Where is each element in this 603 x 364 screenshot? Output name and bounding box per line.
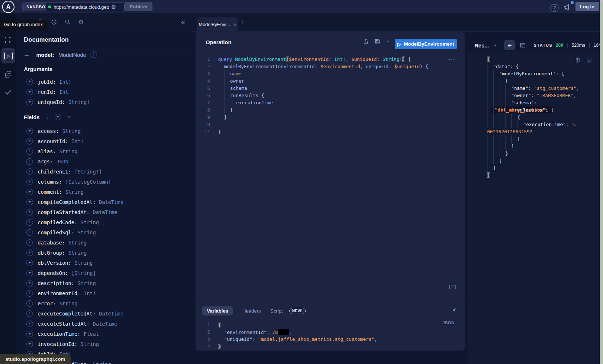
add-field-to-operation-icon[interactable]: + [26, 79, 33, 85]
doc-field-row[interactable]: +access:String [16, 126, 192, 136]
publish-button[interactable]: Publish [125, 2, 152, 11]
tab-variables[interactable]: Variables [202, 306, 233, 315]
doc-field-row[interactable]: +columns:[CatalogColumn] [16, 177, 192, 187]
tab-close-icon[interactable]: × [233, 21, 236, 28]
response-dropdown-chevron-icon[interactable] [493, 43, 498, 47]
doc-field-row[interactable]: +environmentId:Int! [16, 288, 192, 298]
doc-field-row[interactable]: +compiledSql:String [16, 227, 192, 238]
doc-field-row[interactable]: +database:String [16, 238, 192, 248]
settings-gear-icon[interactable]: ⚙ [78, 19, 84, 25]
add-field-to-operation-icon[interactable]: + [26, 168, 33, 175]
type-name-link[interactable]: ModelNode [58, 52, 86, 58]
field-name: dbtVersion: [38, 260, 71, 266]
sort-fields-icon[interactable]: ↓ [46, 114, 49, 120]
doc-field-row[interactable]: +dbtVersion:String [16, 258, 192, 268]
endpoint-settings-gear-icon[interactable]: ⚙ [111, 4, 116, 10]
operation-editor[interactable]: 1query ModelByEnvironment($environmentId… [196, 56, 465, 135]
doc-field-row[interactable]: +accountId:Int! [16, 136, 192, 146]
add-field-to-operation-icon[interactable]: + [26, 99, 33, 105]
table-view-toggle[interactable] [520, 42, 526, 48]
history-icon[interactable] [51, 19, 57, 25]
field-name: dbtGroup: [38, 250, 65, 256]
help-icon[interactable]: ? [550, 4, 558, 12]
search-icon[interactable] [64, 19, 71, 25]
doc-field-row[interactable]: +jobId:Int! [16, 77, 192, 87]
field-name: accountId: [38, 138, 68, 144]
doc-field-row[interactable]: +alias:String [16, 146, 192, 156]
add-field-to-operation-icon[interactable]: + [26, 89, 33, 95]
add-field-to-operation-icon[interactable]: + [26, 331, 33, 337]
apollo-logo-icon[interactable]: A [2, 1, 14, 13]
add-field-to-operation-icon[interactable]: + [26, 310, 33, 317]
add-field-to-operation-icon[interactable]: + [26, 250, 33, 256]
login-button[interactable]: Log in [575, 2, 599, 11]
doc-field-row[interactable]: +invocationId:String [16, 339, 192, 349]
add-field-to-operation-icon[interactable]: + [26, 138, 33, 145]
graph-index-icon[interactable] [4, 37, 11, 43]
doc-field-row[interactable]: +description:String [16, 278, 192, 288]
doc-field-row[interactable]: +args:JSON [16, 156, 192, 167]
response-json[interactable]: {"data": {"modelByEnvironment": [{"name"… [468, 51, 600, 179]
add-fields-icon[interactable]: + [55, 114, 61, 120]
variables-editor[interactable]: 1{2"environmentId": 78###,3"uniqueId": "… [196, 321, 465, 350]
collapse-sidebar-icon[interactable]: « [181, 18, 185, 26]
endpoint-url-input[interactable]: https://metadata.cloud.getd ⚙ [46, 3, 125, 11]
checks-nav-item[interactable] [0, 88, 16, 96]
doc-field-row[interactable]: +executeCompletedAt:DateTime [16, 309, 192, 319]
field-name: executeStartedAt: [38, 321, 89, 327]
announcements-megaphone-icon[interactable] [563, 4, 571, 12]
doc-field-row[interactable]: +dbtGroup:String [16, 248, 192, 258]
doc-field-row[interactable]: +error:String [16, 298, 192, 309]
back-arrow-icon[interactable]: ← [24, 51, 32, 58]
add-field-to-operation-icon[interactable]: + [26, 280, 33, 286]
schema-nav-item[interactable] [0, 70, 16, 78]
run-operation-button[interactable]: ▷ ModelByEnvironment [395, 39, 457, 49]
doc-field-row[interactable]: +executeStartedAt:DateTime [16, 319, 192, 329]
tab-headers[interactable]: Headers [242, 308, 261, 314]
add-field-to-operation-icon[interactable]: + [26, 229, 33, 236]
field-name: alias: [38, 148, 56, 154]
code-line: 5schema [196, 85, 465, 92]
add-field-to-operation-icon[interactable]: + [26, 260, 33, 266]
add-field-to-operation-icon[interactable]: + [26, 179, 33, 185]
new-tab-icon[interactable]: + [240, 17, 244, 27]
doc-field-row[interactable]: +runId:Int [16, 87, 192, 97]
add-field-to-operation-icon[interactable]: + [26, 158, 33, 165]
operation-tab[interactable]: ModelByEnvi... × [197, 17, 238, 31]
add-field-to-operation-icon[interactable]: + [26, 341, 33, 347]
chevron-down-icon[interactable] [67, 114, 71, 120]
raw-view-toggle[interactable] [504, 40, 515, 50]
code-line: "schema": “dbt_mary_jackson”, [479, 99, 600, 106]
add-field-to-operation-icon[interactable]: + [26, 321, 33, 327]
doc-field-row[interactable]: +childrenL1:[String!] [16, 167, 192, 177]
doc-field-row[interactable]: +compileStartedAt:DateTime [16, 207, 192, 217]
add-field-to-operation-icon[interactable]: + [26, 239, 33, 246]
save-options-chevron-icon[interactable] [386, 39, 390, 45]
add-all-fields-icon[interactable]: + [91, 51, 97, 58]
add-field-to-operation-icon[interactable]: + [26, 148, 33, 155]
add-field-to-operation-icon[interactable]: + [26, 290, 33, 297]
add-field-to-operation-icon[interactable]: + [26, 199, 33, 205]
add-field-to-operation-icon[interactable]: + [26, 189, 33, 195]
field-name: compiledSql: [38, 230, 74, 235]
doc-field-row[interactable]: +executionTime:Float [16, 329, 192, 339]
doc-field-row[interactable]: +compileCompletedAt:DateTime [16, 197, 192, 207]
share-operation-icon[interactable] [363, 38, 369, 46]
add-field-to-operation-icon[interactable]: + [26, 300, 33, 307]
doc-field-row[interactable]: +dependsOn:[String] [16, 268, 192, 278]
add-field-to-operation-icon[interactable]: + [26, 209, 33, 216]
doc-field-row[interactable]: +comment:String [16, 187, 192, 197]
add-field-to-operation-icon[interactable]: + [26, 128, 33, 134]
doc-field-row[interactable]: +compiledCode:String [16, 217, 192, 227]
add-field-to-operation-icon[interactable]: + [26, 270, 33, 276]
explorer-nav-item[interactable]: ▷ [1, 48, 15, 63]
save-operation-icon[interactable] [374, 38, 380, 46]
add-field-to-operation-icon[interactable]: + [26, 219, 33, 226]
doc-field-row[interactable]: +uniqueId:String! [16, 97, 192, 107]
endpoint-url-text[interactable]: https://metadata.cloud.getd [54, 4, 109, 10]
response-panel-title[interactable]: Res... [474, 42, 489, 49]
fields-list: +access:String+accountId:Int!+alias:Stri… [16, 126, 192, 364]
collapse-variables-icon[interactable] [452, 307, 457, 314]
keyboard-shortcuts-icon[interactable] [449, 284, 456, 291]
tab-script[interactable]: Script [270, 308, 283, 314]
